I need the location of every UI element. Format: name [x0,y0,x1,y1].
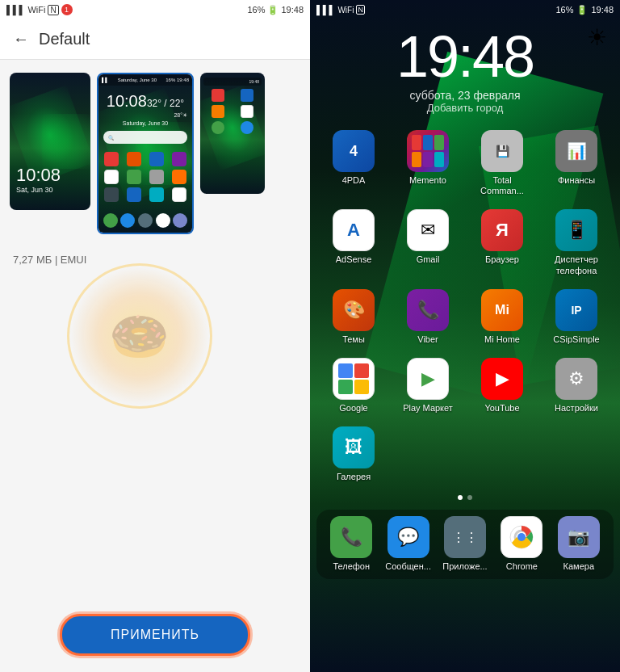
preview2-status: ▌▌Saturday, June 3016% 19:48 [98,74,192,86]
apps-grid: 44PDA Memento💾Total Comman...📊ФинансыAAd… [310,114,620,489]
watermark: 🍩 [67,263,212,409]
preview1-date: Sat, Jun 30 [16,186,61,194]
app-label-adsense: AdSense [336,254,372,265]
dock-item-apps[interactable]: ⋮⋮Приложе... [440,516,490,572]
dock-label-apps: Приложе... [442,561,487,572]
left-status-left: ▌▌▌ WiFi N 1 [6,4,73,15]
right-panel: ▌▌▌ WiFi N 16% 🔋 19:48 ☀ 19:48 суббота, … [310,0,620,672]
app-item-playmarket[interactable]: ▶Play Маркет [397,358,459,414]
clock-area: 19:48 суббота, 23 февраля Добавить город [310,19,620,114]
right-status-bar: ▌▌▌ WiFi N 16% 🔋 19:48 [310,0,620,19]
preview2-dock [98,213,192,228]
app-icon-youtube: ▶ [481,358,523,400]
app-icon-finance: 📊 [555,130,597,172]
right-wifi-icon: WiFi [337,6,354,15]
right-nfc-icon: N [356,5,365,15]
main-time: 19:48 [310,27,620,86]
dock-item-camera[interactable]: 📷Камера [554,516,604,572]
app-item-themes[interactable]: 🎨Темы [323,289,384,345]
battery-icon: 🔋 [267,5,279,15]
wallpaper-previews: 10:08 Sat, Jun 30 ▌▌Saturday, June 3016%… [0,60,310,247]
main-date: суббота, 23 февраля [310,89,620,102]
right-battery-icon: 🔋 [576,5,588,15]
left-status-bar: ▌▌▌ WiFi N 1 16% 🔋 19:48 [0,0,310,19]
app-label-4pda: 4PDA [342,175,366,186]
apply-btn-container: ПРИМЕНИТЬ [0,614,310,656]
wifi-icon: WiFi [27,5,45,15]
app-label-youtube: YouTube [484,403,519,414]
dock-item-phone[interactable]: 📞Телефон [326,516,376,572]
left-panel: ▌▌▌ WiFi N 1 16% 🔋 19:48 ← Default 10:08… [0,0,310,672]
app-item-mihome[interactable]: MiMi Home [471,289,533,345]
page-dots [310,489,620,506]
app-item-google[interactable]: Google [323,358,384,414]
dock-label-phone: Телефон [333,561,370,572]
dock-item-messages[interactable]: 💬Сообщен... [383,516,433,572]
apply-button[interactable]: ПРИМЕНИТЬ [60,614,250,656]
app-item-browser[interactable]: ЯБраузер [471,209,533,275]
app-label-dispatch: Диспетчер телефона [546,254,607,275]
app-label-viber: Viber [417,334,438,345]
app-icon-settings: ⚙ [555,358,597,400]
preview-item-3[interactable]: 19:48 [200,73,265,194]
app-icon-dispatch: 📱 [555,209,597,251]
preview-item-2[interactable]: ▌▌Saturday, June 3016% 19:48 10:0832° / … [97,73,194,234]
app-item-finance[interactable]: 📊Финансы [546,130,607,196]
preview2-search: 🔍 [103,131,187,144]
dot-2 [467,495,472,500]
app-item-viber[interactable]: 📞Viber [397,289,459,345]
app-icon-4pda: 4 [333,130,375,172]
dock-icon-chrome [501,516,542,558]
preview1-time: 10:08 [16,165,61,186]
right-battery-percent: 16% [555,5,573,15]
dock-item-chrome[interactable]: Chrome [496,516,547,572]
app-item-adsense[interactable]: AAdSense [323,209,384,275]
app-label-mihome: Mi Home [484,334,520,345]
battery-percent: 16% [247,5,265,15]
back-button[interactable]: ← [13,30,29,48]
app-item-settings[interactable]: ⚙Настройки [546,358,607,414]
left-status-right: 16% 🔋 19:48 [247,5,304,15]
app-label-memento: Memento [409,175,446,186]
dock-icon-apps: ⋮⋮ [444,516,486,558]
notification-badge: 1 [61,4,73,15]
app-icon-gmail: ✉ [407,209,449,251]
app-label-gallery: Галерея [337,472,371,482]
dock-label-chrome: Chrome [506,561,538,572]
page-title: Default [39,30,90,48]
signal-icon: ▌▌▌ [6,5,25,15]
preview2-time: 10:0832° / 22° [98,92,192,111]
app-item-gallery[interactable]: 🖼Галерея [323,426,384,482]
app-label-finance: Финансы [558,175,595,186]
add-city[interactable]: Добавить город [310,102,620,114]
right-status-signals: ▌▌▌ WiFi N [316,5,365,15]
app-icon-total: 💾 [481,130,523,172]
app-icon-mihome: Mi [481,289,523,331]
bottom-dock: 📞Телефон💬Сообщен...⋮⋮Приложе... Chrome📷К… [316,510,614,578]
app-item-4pda[interactable]: 44PDA [323,130,384,196]
app-item-csip[interactable]: IPCSipSimple [546,289,607,345]
app-icon-viber: 📞 [407,289,449,331]
preview2-apps [98,149,192,205]
right-signal-icon: ▌▌▌ [316,5,335,15]
app-label-gmail: Gmail [417,254,440,265]
svg-point-2 [517,533,526,541]
preview2-weather: 28°☀ [98,112,192,119]
app-label-total: Total Comman... [471,175,533,196]
app-label-settings: Настройки [555,403,598,414]
app-icon-themes: 🎨 [333,289,375,331]
app-icon-browser: Я [481,209,523,251]
app-item-gmail[interactable]: ✉Gmail [397,209,459,275]
app-icon-csip: IP [555,289,597,331]
dot-1 [458,495,463,500]
app-item-youtube[interactable]: ▶YouTube [471,358,533,414]
app-item-memento[interactable]: Memento [397,130,459,196]
app-item-total[interactable]: 💾Total Comman... [471,130,533,196]
preview-item-1[interactable]: 10:08 Sat, Jun 30 [10,73,90,210]
app-item-dispatch[interactable]: 📱Диспетчер телефона [546,209,607,275]
right-time-display: 19:48 [591,5,614,15]
app-label-google: Google [339,403,367,414]
app-icon-memento [407,130,449,172]
app-icon-gallery: 🖼 [333,426,375,468]
app-icon-google [333,358,375,400]
